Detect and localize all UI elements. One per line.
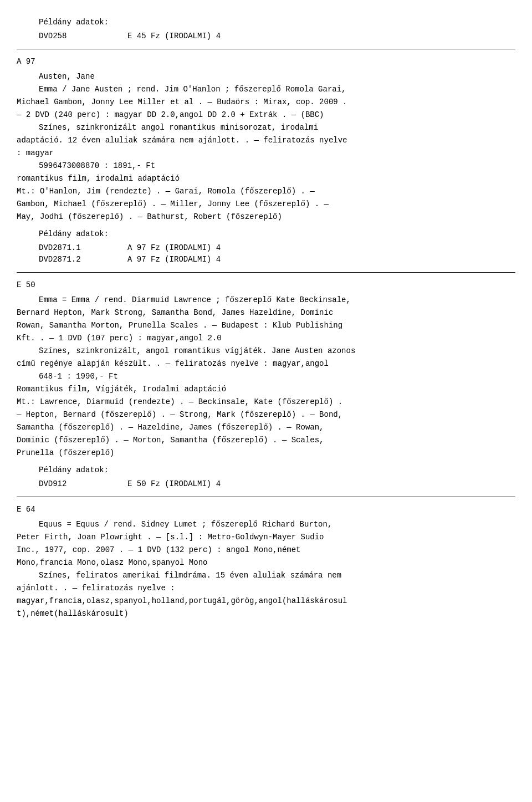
e50-example-data: Példány adatok: DVD912 E 50 Fz (IRODALMI… bbox=[39, 464, 515, 490]
section-e50-mt3: Samantha (főszereplő) . — Hazeldine, Jam… bbox=[17, 422, 515, 433]
section-e50-line8: Romantikus film, Vígjáték, Irodalmi adap… bbox=[17, 384, 515, 395]
section-e50-mt1: Mt.: Lawrence, Diarmuid (rendezte) . — B… bbox=[17, 396, 515, 408]
section-e50-line2: Bernard Hepton, Mark Strong, Samantha Bo… bbox=[17, 307, 515, 319]
divider-2 bbox=[17, 272, 515, 273]
section-e50-mt4: Dominic (főszereplő) . — Morton, Samanth… bbox=[17, 435, 515, 446]
top-example-data: Példány adatok: DVD258 E 45 Fz (IRODALMI… bbox=[39, 17, 515, 42]
section-e64-line5: Színes, feliratos amerikai filmdráma. 15… bbox=[39, 570, 515, 581]
section-e50-line7: 648-1 : 1990,- Ft bbox=[39, 371, 515, 382]
divider-3 bbox=[17, 497, 515, 497]
a97-example-data: Példány adatok: DVD2871.1 A 97 Fz (IRODA… bbox=[39, 228, 515, 265]
section-e64-line4: Mono,francia Mono,olasz Mono,spanyol Mon… bbox=[17, 557, 515, 569]
section-e64-line6: ajánlott. . — feliratozás nyelve : bbox=[17, 583, 515, 594]
a97-example-label: Példány adatok: bbox=[39, 228, 515, 240]
section-e50-mt5: Prunella (főszereplő) bbox=[17, 447, 515, 459]
example-rest-dvd2871-2: A 97 Fz (IRODALMI) 4 bbox=[127, 254, 221, 265]
section-a97-author: Austen, Jane bbox=[39, 71, 515, 83]
section-e50-line1: Emma = Emma / rend. Diarmuid Lawrence ; … bbox=[39, 294, 515, 306]
table-row: DVD2871.1 A 97 Fz (IRODALMI) 4 bbox=[39, 242, 515, 254]
section-e50-line5: Színes, szinkronizált, angol romantikus … bbox=[39, 345, 515, 357]
section-e64-line3: Inc., 1977, cop. 2007 . — 1 DVD (132 per… bbox=[17, 544, 515, 556]
divider-1 bbox=[17, 49, 515, 49]
section-e50-header: E 50 bbox=[17, 279, 515, 291]
section-e64: E 64 Equus = Equus / rend. Sidney Lumet … bbox=[17, 504, 515, 620]
example-data-label: Példány adatok: bbox=[39, 17, 515, 28]
section-e64-line8: t),német(halláskárosult) bbox=[17, 608, 515, 620]
example-id-dvd2871-2: DVD2871.2 bbox=[39, 254, 127, 265]
section-e50-line6: című regénye alapján készült. . — felira… bbox=[17, 358, 515, 370]
example-id-dvd2871-1: DVD2871.1 bbox=[39, 242, 127, 254]
section-a97-line7: 5996473008870 : 1891,- Ft bbox=[39, 160, 515, 172]
section-e64-line7: magyar,francia,olasz,spanyol,holland,por… bbox=[17, 595, 515, 607]
section-e64-line1: Equus = Equus / rend. Sidney Lumet ; fős… bbox=[39, 519, 515, 530]
section-a97-line3: — 2 DVD (240 perc) : magyar DD 2.0,angol… bbox=[17, 109, 515, 121]
section-e64-header: E 64 bbox=[17, 504, 515, 515]
top-example-section: Példány adatok: DVD258 E 45 Fz (IRODALMI… bbox=[17, 17, 515, 42]
section-a97-line8: romantikus film, irodalmi adaptáció bbox=[17, 173, 515, 185]
section-a97-mt3: May, Jodhi (főszereplő) . — Bathurst, Ro… bbox=[17, 211, 515, 223]
section-e50-line3: Rowan, Samantha Morton, Prunella Scales … bbox=[17, 320, 515, 331]
e50-example-label: Példány adatok: bbox=[39, 464, 515, 476]
section-a97-header: A 97 bbox=[17, 56, 515, 68]
section-e50-line4: Kft. . — 1 DVD (107 perc) : magyar,angol… bbox=[17, 333, 515, 344]
section-a97: A 97 Austen, Jane Emma / Jane Austen ; r… bbox=[17, 56, 515, 265]
page-content: Példány adatok: DVD258 E 45 Fz (IRODALMI… bbox=[17, 17, 515, 620]
example-id: DVD258 bbox=[39, 30, 127, 42]
section-a97-line2: Michael Gambon, Jonny Lee Miller et al .… bbox=[17, 96, 515, 108]
section-a97-title: Emma / Jane Austen ; rend. Jim O'Hanlon … bbox=[39, 84, 515, 95]
section-a97-line4: Színes, szinkronizált angol romantikus m… bbox=[39, 122, 515, 134]
section-a97-line6: : magyar bbox=[17, 147, 515, 159]
example-rest-dvd2871-1: A 97 Fz (IRODALMI) 4 bbox=[127, 242, 221, 254]
table-row: DVD258 E 45 Fz (IRODALMI) 4 bbox=[39, 30, 515, 42]
section-e50-mt2: — Hepton, Bernard (főszereplő) . — Stron… bbox=[17, 409, 515, 421]
example-rest-dvd912: E 50 Fz (IRODALMI) 4 bbox=[127, 478, 221, 490]
example-id-dvd912: DVD912 bbox=[39, 478, 127, 490]
table-row: DVD912 E 50 Fz (IRODALMI) 4 bbox=[39, 478, 515, 490]
section-a97-line5: adaptáció. 12 éven aluliak számára nem a… bbox=[17, 135, 515, 146]
section-e50: E 50 Emma = Emma / rend. Diarmuid Lawren… bbox=[17, 279, 515, 490]
section-e64-line2: Peter Firth, Joan Plowright . — [s.l.] :… bbox=[17, 532, 515, 543]
section-a97-mt1: Mt.: O'Hanlon, Jim (rendezte) . — Garai,… bbox=[17, 186, 515, 197]
table-row: DVD2871.2 A 97 Fz (IRODALMI) 4 bbox=[39, 254, 515, 265]
example-rest: E 45 Fz (IRODALMI) 4 bbox=[127, 30, 221, 42]
section-a97-mt2: Gambon, Michael (főszereplő) . — Miller,… bbox=[17, 198, 515, 210]
